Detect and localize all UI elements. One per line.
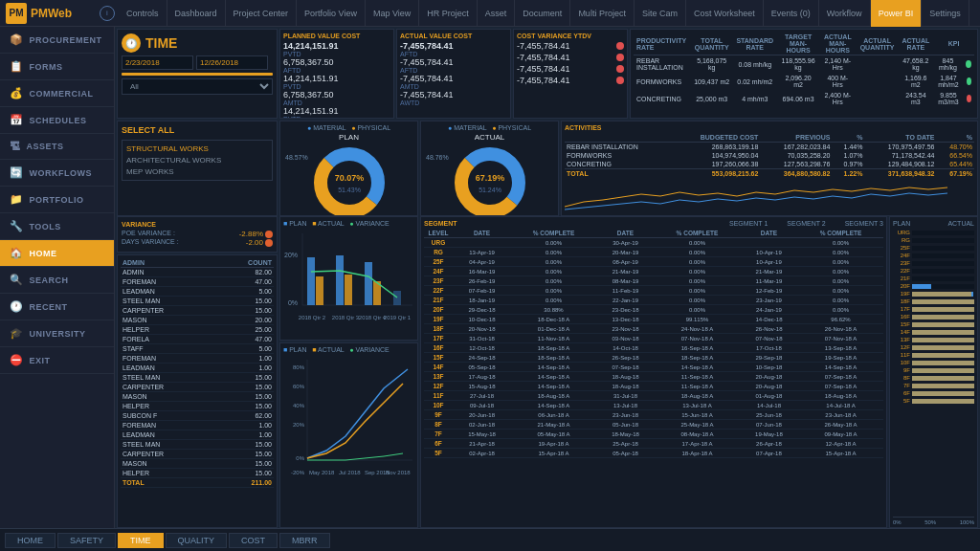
logo[interactable]: PM PMWeb [0, 3, 96, 24]
productivity-row: REBAR INSTALLATION 5,168,075 kg 0.08 mh/… [634, 55, 974, 74]
cv-title: COST VARIANCE YTDV [517, 33, 624, 39]
manpower-row: MASON 20.00 [121, 316, 274, 325]
manpower-row: FOREMAN 1.00 [121, 421, 274, 430]
sidebar-item-assets[interactable]: 🏗ASSETS [0, 134, 114, 160]
top-nav-item-settings[interactable]: Settings [922, 0, 969, 27]
top-nav-item-cost-worksheet[interactable]: Cost Worksheet [686, 0, 764, 27]
segment-row: 6F 21-Apr-18 19-Apr-18 A 25-Apr-18 17-Ap… [424, 439, 883, 449]
sidebar-item-university[interactable]: 🎓UNIVERSITY [0, 320, 114, 347]
top-nav-item-project-center[interactable]: Project Center [226, 0, 298, 27]
structural-works-item[interactable]: STRUCTURAL WORKS [126, 144, 268, 153]
sidebar-item-exit[interactable]: ⛔EXIT [0, 347, 114, 374]
date-to-input[interactable] [196, 55, 268, 70]
plan-actual-bar-row: 7F [893, 383, 974, 388]
dashboard-content: 🕐 TIME All PLANNED VALUE COST 14,214,151… [115, 27, 980, 528]
top-nav-item-map-view[interactable]: Map View [366, 0, 419, 27]
mep-works-item[interactable]: MEP WORKS [126, 167, 268, 176]
productivity-panel: PRODUCTIVITY RATE TOTAL QUANTITY STANDAR… [630, 29, 978, 119]
sidebar-item-search[interactable]: 🔍SEARCH [0, 267, 114, 294]
segment-row: 7F 15-May-18 05-May-18 A 18-May-18 08-Ma… [424, 430, 883, 439]
svg-text:67.19%: 67.19% [475, 173, 504, 183]
sidebar-item-procurement[interactable]: 📦PROCUREMENT [0, 27, 114, 54]
date-from-input[interactable] [122, 55, 193, 70]
sidebar-item-recent[interactable]: 🕐RECENT [0, 294, 114, 320]
safety-tab[interactable]: SAFETY [57, 533, 116, 548]
top-nav-item-portfolio-view[interactable]: Portfolio View [297, 0, 366, 27]
segment-row: 15F 24-Sep-18 18-Sep-18 A 26-Sep-18 18-S… [424, 353, 883, 363]
plan-actual-bar-row: 25F [893, 245, 974, 251]
top-nav-item-multi-project[interactable]: Multi Project [570, 0, 635, 27]
actual-donut-panel: ● MATERIAL ● PHYSICAL ACTUAL 67.19% 51.2… [420, 121, 559, 216]
segment-row: 9F 20-Jun-18 06-Jun-18 A 23-Jun-18 15-Ju… [424, 410, 883, 420]
top-nav-item-site-cam[interactable]: Site Cam [635, 0, 686, 27]
manpower-row: STEEL MAN 15.00 [121, 373, 274, 383]
activity-row: FORMWORKS 104,974,950.04 70,035,258.20 1… [565, 151, 974, 160]
svg-text:2018 Qtr 4: 2018 Qtr 4 [359, 315, 387, 320]
plan-actual-bar-row: 13F [893, 337, 974, 342]
svg-text:Nov 2018: Nov 2018 [386, 470, 411, 475]
sidebar-item-home[interactable]: 🏠HOME [0, 240, 114, 267]
sidebar-item-workflows[interactable]: 🔄WORKFLOWS [0, 160, 114, 187]
segment-row: 23F 26-Feb-19 0.00% 08-Mar-19 0.00% 11-M… [424, 276, 883, 286]
manpower-row: MASON 15.00 [121, 459, 274, 469]
bottom-tab-bar: HOME SAFETY TIME QUALITY COST MBRR [0, 528, 980, 551]
manpower-row: HELPER 15.00 [121, 469, 274, 478]
top-nav-item-hr-project[interactable]: HR Project [419, 0, 478, 27]
manpower-panel: ADMIN COUNT ADMIN 82.00 FOREMAN 47.00 LE… [117, 254, 278, 528]
plan-actual-bar-row: 21F [893, 276, 974, 281]
svg-rect-16 [336, 255, 344, 305]
manpower-row: HELPER 15.00 [121, 402, 274, 411]
svg-text:70.07%: 70.07% [334, 173, 364, 183]
bar-chart-panel: ■ PLAN ■ ACTUAL ● VARIANCE 20% 0% [279, 216, 418, 341]
plan-actual-bar-row: 10F [893, 360, 974, 365]
top-nav-item-power-bi[interactable]: Power BI [871, 0, 923, 27]
time-tab[interactable]: TIME [118, 533, 164, 548]
architectural-works-item[interactable]: ARCHITECTURAL WORKS [126, 156, 268, 165]
plan-actual-bar-row: 16F [893, 314, 974, 320]
top-nav-item-document[interactable]: Document [515, 0, 570, 27]
svg-rect-17 [345, 275, 352, 305]
segment-row: 24F 16-Mar-19 0.00% 21-Mar-19 0.00% 21-M… [424, 267, 883, 276]
manpower-row: STAFF 5.00 [121, 344, 274, 354]
productivity-row: CONCRETING 25,000 m3 4 mh/m3 694.06 m3 2… [634, 90, 974, 107]
segments-panel: SEGMENT SEGMENT 1 SEGMENT 2 SEGMENT 3 LE… [420, 216, 887, 528]
mbrr-tab[interactable]: MBRR [279, 533, 330, 548]
cv-panel: COST VARIANCE YTDV -7,455,784.41 -7,455,… [513, 29, 628, 119]
quality-tab[interactable]: QUALITY [166, 533, 228, 548]
segment-row: 19F 10-Dec-18 18-Dec-18 A 13-Dec-18 99.1… [424, 315, 883, 324]
avc-title: ACTUAL VALUE COST [400, 33, 507, 39]
svg-text:2019 Qtr 1: 2019 Qtr 1 [384, 315, 412, 320]
segment-row: 16F 12-Oct-18 18-Sep-18 A 14-Oct-18 16-S… [424, 343, 883, 353]
top-nav-item-dashboard[interactable]: Dashboard [167, 0, 226, 27]
sidebar-item-forms[interactable]: 📋FORMS [0, 54, 114, 80]
activities-panel: ACTIVITIES BUDGETED COST PREVIOUS % TO D… [561, 121, 978, 216]
segment-row: 18F 20-Nov-18 01-Dec-18 A 23-Nov-18 24-N… [424, 324, 883, 334]
line-chart-panel: ■ PLAN ■ ACTUAL ● VARIANCE 80% 60% 40% 2… [279, 342, 418, 528]
manpower-row: CARPENTER 15.00 [121, 383, 274, 392]
svg-text:May 2018: May 2018 [309, 470, 335, 475]
top-nav-item-workflow[interactable]: Workflow [819, 0, 871, 27]
manpower-row: CARPENTER 15.00 [121, 306, 274, 316]
sidebar: 📦PROCUREMENT📋FORMS💰COMMERCIAL📅SCHEDULES🏗… [0, 27, 115, 528]
svg-rect-20 [393, 291, 401, 305]
filter-dropdown[interactable]: All [122, 78, 273, 95]
sidebar-item-tools[interactable]: 🔧TOOLS [0, 213, 114, 240]
sidebar-item-commercial[interactable]: 💰COMMERCIAL [0, 80, 114, 107]
sidebar-item-schedules[interactable]: 📅SCHEDULES [0, 107, 114, 134]
segment-row: 22F 07-Feb-19 0.00% 11-Feb-19 0.00% 12-F… [424, 286, 883, 296]
svg-text:2018 Qtr 2: 2018 Qtr 2 [299, 315, 326, 320]
top-nav-item-asset[interactable]: Asset [478, 0, 516, 27]
top-nav-item-events-(0)[interactable]: Events (0) [764, 0, 819, 27]
sidebar-item-portfolio[interactable]: 📁PORTFOLIO [0, 187, 114, 213]
home-tab[interactable]: HOME [5, 533, 56, 548]
manpower-row: CARPENTER 15.00 [121, 450, 274, 459]
svg-text:20%: 20% [293, 422, 305, 428]
top-nav-item-controls[interactable]: Controls [119, 0, 167, 27]
segment-row: 14F 05-Sep-18 14-Sep-18 A 07-Sep-18 14-S… [424, 363, 883, 372]
svg-text:51.24%: 51.24% [479, 187, 501, 193]
activity-row-total: TOTAL 553,098,215.62 364,880,580.82 1.22… [565, 169, 974, 179]
cost-tab[interactable]: COST [229, 533, 278, 548]
plan-actual-bar-row: 5F [893, 398, 974, 404]
select-all-btn[interactable]: SELECT ALL [122, 125, 273, 135]
time-panel: 🕐 TIME All [117, 29, 278, 119]
